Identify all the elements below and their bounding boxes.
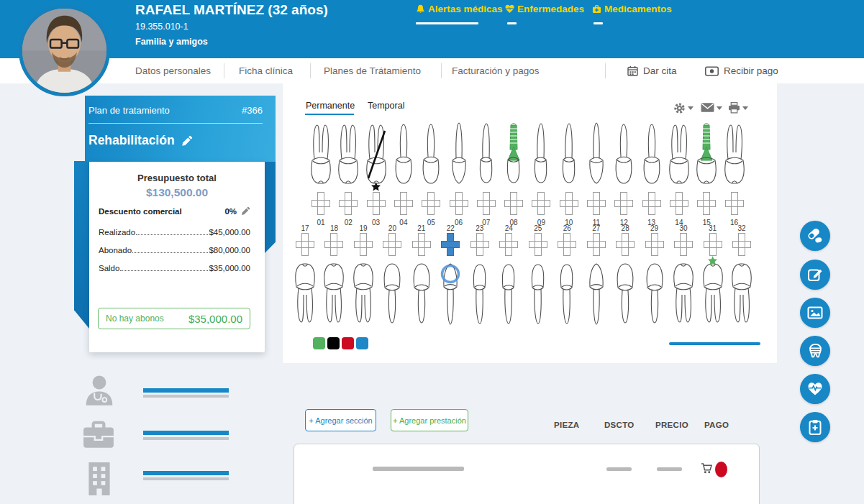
tooth-cross[interactable]	[616, 233, 635, 256]
tooth-cross[interactable]	[394, 192, 413, 215]
tooth-drawing[interactable]	[639, 119, 665, 187]
tooth-10[interactable]: 10	[555, 119, 583, 226]
tooth-cross[interactable]	[642, 192, 661, 215]
tab-temporal[interactable]: Temporal	[368, 101, 404, 111]
tooth-drawing[interactable]	[473, 119, 499, 187]
status-dot-red[interactable]	[715, 462, 727, 477]
edit-notes-button[interactable]	[800, 260, 830, 290]
tooth-28[interactable]: 28	[611, 224, 639, 331]
tab-datos-personales[interactable]: Datos personales	[135, 58, 211, 83]
tooth-08[interactable]: 08	[500, 119, 527, 226]
tab-ficha-clinica[interactable]: Ficha clínica	[239, 58, 293, 83]
tab-alertas-medicas[interactable]: Alertas médicas	[416, 4, 503, 14]
tooth-cross[interactable]	[354, 233, 373, 256]
periodontogram-button[interactable]	[800, 336, 830, 366]
tooth-drawing[interactable]	[437, 260, 463, 328]
tooth-drawing[interactable]	[496, 260, 522, 328]
tooth-drawing[interactable]	[642, 260, 668, 328]
tooth-drawing[interactable]	[292, 260, 318, 328]
tooth-03[interactable]: 03	[363, 119, 390, 226]
health-button[interactable]	[800, 374, 830, 404]
tooth-02[interactable]: 02	[335, 119, 362, 226]
tooth-cross[interactable]	[560, 192, 578, 215]
tooth-16[interactable]: 16	[721, 119, 748, 226]
tooth-cross[interactable]	[339, 192, 358, 215]
tooth-cross[interactable]	[470, 233, 489, 256]
legend-swatch[interactable]	[313, 337, 325, 349]
tooth-cross[interactable]	[532, 192, 550, 215]
recibir-pago-button[interactable]: Recibir pago	[705, 58, 778, 83]
tooth-cross[interactable]	[704, 233, 722, 256]
mail-menu-button[interactable]	[701, 102, 722, 113]
tooth-04[interactable]: 04	[390, 119, 417, 226]
settings-menu-button[interactable]	[673, 102, 694, 114]
tooth-cross[interactable]	[587, 233, 606, 256]
tooth-15[interactable]: 15	[693, 119, 720, 226]
tab-medicamentos[interactable]: Medicamentos	[592, 4, 672, 14]
tooth-drawing[interactable]	[670, 260, 696, 328]
tooth-27[interactable]: 27	[583, 224, 610, 331]
add-section-button[interactable]: + Agregar sección	[305, 409, 376, 431]
legend-swatch[interactable]	[356, 337, 368, 349]
tooth-06[interactable]: 06	[445, 119, 473, 226]
tooth-14[interactable]: 14	[665, 119, 693, 226]
legend-swatch[interactable]	[342, 337, 354, 349]
tooth-cross[interactable]	[725, 192, 744, 215]
tooth-cross[interactable]	[499, 233, 518, 256]
tooth-12[interactable]: 12	[610, 119, 637, 226]
tooth-cross[interactable]	[422, 192, 440, 215]
tooth-drawing[interactable]	[722, 119, 747, 187]
tooth-cross[interactable]	[529, 233, 547, 256]
tooth-drawing[interactable]	[409, 260, 435, 328]
tooth-18[interactable]: 18	[320, 224, 347, 331]
tooth-cross[interactable]	[645, 233, 664, 256]
tooth-drawing[interactable]	[694, 119, 719, 187]
tab-enfermedades[interactable]: Enfermedades	[505, 4, 584, 14]
tooth-drawing[interactable]	[528, 119, 554, 187]
tooth-cross[interactable]	[732, 233, 751, 256]
legend-swatch[interactable]	[327, 337, 340, 349]
tooth-cross[interactable]	[324, 233, 343, 256]
tooth-17[interactable]: 17	[291, 224, 319, 331]
service-row-card[interactable]	[294, 444, 760, 504]
tooth-cross[interactable]	[441, 233, 460, 256]
tooth-drawing[interactable]	[321, 260, 347, 328]
tooth-19[interactable]: 19	[350, 224, 377, 331]
tooth-drawing[interactable]	[363, 119, 389, 187]
tooth-cross[interactable]	[412, 233, 431, 256]
tooth-drawing[interactable]	[556, 119, 582, 187]
tooth-drawing[interactable]	[418, 119, 444, 187]
tooth-drawing[interactable]	[554, 260, 580, 328]
print-menu-button[interactable]	[728, 102, 748, 114]
tooth-cross[interactable]	[383, 233, 401, 256]
tooth-cross[interactable]	[670, 192, 688, 215]
tooth-drawing[interactable]	[379, 260, 405, 328]
tooth-25[interactable]: 25	[524, 224, 552, 331]
medications-button[interactable]	[800, 221, 830, 251]
tab-planes-tratamiento[interactable]: Planes de Trátamiento	[324, 58, 421, 83]
patient-avatar[interactable]	[19, 5, 110, 96]
cart-icon[interactable]	[701, 463, 712, 477]
tooth-drawing[interactable]	[583, 119, 609, 187]
tooth-21[interactable]: 21	[408, 224, 435, 331]
tooth-cross[interactable]	[697, 192, 716, 215]
tooth-drawing[interactable]	[700, 260, 726, 328]
odontogram-scrollbar[interactable]	[669, 342, 760, 345]
tooth-32[interactable]: 32	[728, 224, 755, 331]
medical-record-button[interactable]	[800, 412, 830, 442]
tooth-07[interactable]: 07	[473, 119, 500, 226]
edit-pencil-icon[interactable]	[181, 135, 193, 147]
tooth-20[interactable]: 20	[378, 224, 406, 331]
add-service-button[interactable]: + Agregar prestación	[391, 409, 468, 431]
tooth-drawing[interactable]	[612, 260, 638, 328]
tooth-23[interactable]: 23	[466, 224, 494, 331]
tooth-drawing[interactable]	[583, 260, 609, 328]
tooth-drawing[interactable]	[391, 119, 417, 187]
tooth-13[interactable]: 13	[638, 119, 665, 226]
tooth-drawing[interactable]	[467, 260, 493, 328]
tooth-cross[interactable]	[587, 192, 606, 215]
tooth-cross[interactable]	[296, 233, 314, 256]
tab-facturacion-pagos[interactable]: Facturación y pagos	[452, 58, 540, 83]
tooth-26[interactable]: 26	[553, 224, 581, 331]
tooth-drawing[interactable]	[446, 119, 472, 187]
